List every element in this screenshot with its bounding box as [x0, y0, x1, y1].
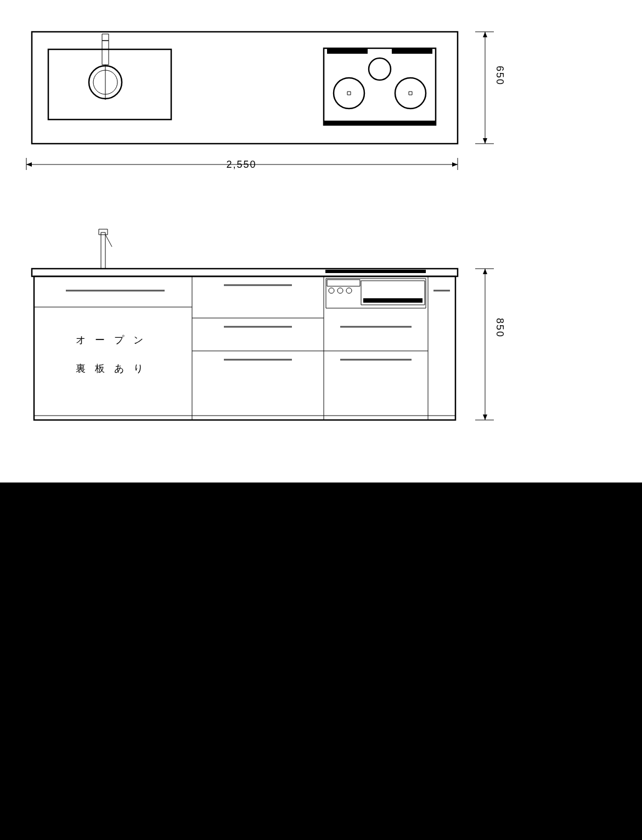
faucet-body-elev: [101, 232, 105, 269]
grill-knob-2: [337, 288, 343, 293]
faucet-lever-elev: [105, 235, 112, 247]
faucet-head-elev: [99, 229, 108, 235]
open-area-label-2: 裏 板 あ り: [76, 362, 147, 375]
dim-height-arrow-top: [483, 269, 487, 274]
grill-knob-1: [329, 288, 334, 293]
grill-knob-3: [346, 288, 352, 293]
cooktop-front-bar-elev: [325, 270, 426, 273]
open-area-label-1: オ ー プ ン: [76, 333, 147, 347]
base-cabinet-outline: [34, 276, 455, 420]
grill-door-handle: [363, 298, 423, 303]
bottom-black-region: [0, 483, 642, 840]
grill-control-panel: [327, 280, 360, 286]
kitchen-drawing: 2,550 650 850 オ ー プ ン 裏 板 あ り: [0, 0, 642, 840]
dim-height-label: 850: [494, 318, 505, 338]
dim-height-arrow-bot: [483, 415, 487, 420]
elevation-svg: [0, 0, 642, 483]
